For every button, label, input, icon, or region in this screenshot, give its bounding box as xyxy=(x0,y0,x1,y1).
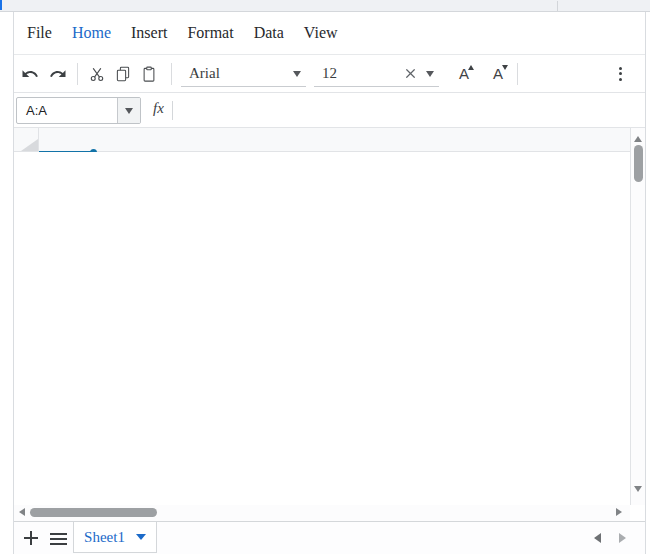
menu-home[interactable]: Home xyxy=(62,24,121,42)
undo-button[interactable] xyxy=(17,61,43,87)
formula-input[interactable] xyxy=(176,97,636,124)
formula-divider xyxy=(172,101,173,120)
toolbar-separator xyxy=(171,63,172,85)
next-sheet-icon[interactable] xyxy=(619,533,626,543)
toolbar: Arial 12 A A xyxy=(14,55,645,93)
kebab-dot xyxy=(619,78,622,81)
select-all-triangle-icon xyxy=(21,139,38,151)
toolbar-separator xyxy=(517,63,518,85)
select-all-corner[interactable] xyxy=(14,128,39,151)
hamburger-icon xyxy=(50,543,67,546)
name-box-value: A:A xyxy=(17,98,117,123)
browser-top-strip xyxy=(0,0,650,12)
caret-down-icon xyxy=(502,65,508,70)
chevron-down-icon xyxy=(136,534,146,540)
plus-icon xyxy=(30,531,32,545)
caret-up-icon xyxy=(468,65,474,70)
menu-bar: File Home Insert Format Data View xyxy=(14,12,645,55)
vertical-scrollbar[interactable] xyxy=(630,128,645,505)
copy-icon xyxy=(114,65,132,83)
menu-format[interactable]: Format xyxy=(177,24,243,42)
scroll-down-icon[interactable] xyxy=(634,486,642,492)
column-header-row[interactable] xyxy=(14,128,630,152)
chevron-down-icon xyxy=(293,71,301,77)
kebab-dot xyxy=(619,72,622,75)
paste-icon xyxy=(140,65,158,83)
font-size-select[interactable]: 12 xyxy=(314,61,439,87)
scroll-up-icon[interactable] xyxy=(634,136,642,142)
fx-icon: fx xyxy=(153,100,164,117)
text-cursor-mark xyxy=(0,0,2,10)
menu-insert[interactable]: Insert xyxy=(121,24,177,42)
chevron-down-icon xyxy=(426,71,434,77)
hamburger-icon xyxy=(50,533,67,536)
horizontal-scrollbar-thumb[interactable] xyxy=(30,508,157,517)
formula-bar: A:A fx xyxy=(14,93,645,128)
scroll-left-icon[interactable] xyxy=(19,508,25,516)
copy-button[interactable] xyxy=(110,61,136,87)
increase-font-size-button[interactable]: A xyxy=(451,61,477,87)
spreadsheet-grid xyxy=(14,128,645,521)
kebab-dot xyxy=(619,67,622,70)
add-sheet-button[interactable] xyxy=(20,527,42,549)
prev-sheet-icon[interactable] xyxy=(594,533,601,543)
menu-data[interactable]: Data xyxy=(244,24,294,42)
sheet-tab-label: Sheet1 xyxy=(84,529,125,546)
clear-font-size-icon[interactable] xyxy=(404,67,417,80)
font-size-value: 12 xyxy=(314,65,337,82)
decrease-font-size-button[interactable]: A xyxy=(485,61,511,87)
sheet-list-button[interactable] xyxy=(47,528,69,550)
font-family-select[interactable]: Arial xyxy=(181,61,306,87)
sheet-tab-bar: Sheet1 xyxy=(14,521,645,554)
horizontal-scrollbar[interactable] xyxy=(14,505,630,521)
redo-icon xyxy=(49,65,67,83)
vertical-scrollbar-thumb[interactable] xyxy=(634,145,643,182)
paste-button[interactable] xyxy=(136,61,162,87)
menu-file[interactable]: File xyxy=(17,24,62,42)
scroll-right-icon[interactable] xyxy=(616,508,622,516)
undo-icon xyxy=(21,65,39,83)
font-family-value: Arial xyxy=(181,65,220,82)
spreadsheet-canvas[interactable] xyxy=(14,152,630,505)
toolbar-separator xyxy=(77,63,78,85)
screen: File Home Insert Format Data View xyxy=(0,0,650,554)
chevron-down-icon xyxy=(125,108,133,114)
menu-view[interactable]: View xyxy=(294,24,348,42)
redo-button[interactable] xyxy=(45,61,71,87)
overflow-menu-button[interactable] xyxy=(607,67,633,81)
name-box[interactable]: A:A xyxy=(16,97,141,124)
sheet-tab-sheet1[interactable]: Sheet1 xyxy=(73,522,157,553)
strip-divider xyxy=(557,1,558,11)
cut-icon xyxy=(88,65,106,83)
cut-button[interactable] xyxy=(84,61,110,87)
name-box-dropdown-button[interactable] xyxy=(117,98,140,123)
hamburger-icon xyxy=(50,538,67,541)
spreadsheet-app-window: File Home Insert Format Data View xyxy=(13,12,646,554)
